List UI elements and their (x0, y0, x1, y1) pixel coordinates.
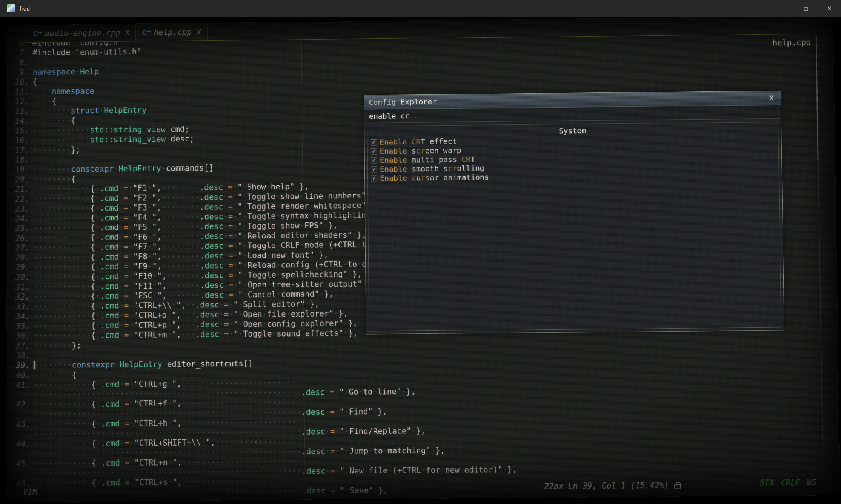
line-number: 17. (6, 145, 33, 155)
line-number (7, 398, 34, 398)
line-number: 43. (7, 419, 34, 430)
vim-mode-indicator: VIM (23, 487, 37, 496)
tab-label: help.cpp (154, 27, 192, 37)
line-number: 19. (6, 165, 33, 175)
config-explorer-body: System ✓Enable CRT effect✓Enable screen … (367, 122, 781, 332)
app-icon (7, 4, 15, 12)
line-number: 32. (6, 292, 34, 302)
tab-audio-engine-cpp[interactable]: C++audio-engine.cppX (26, 24, 136, 43)
status-flag-stx: STX (760, 478, 774, 488)
line-number: 44. (7, 439, 34, 449)
config-item-label: Enable smooth scrolling (380, 164, 484, 174)
line-number: 40. (7, 370, 34, 381)
line-number (7, 456, 34, 457)
line-number: 16. (6, 135, 33, 146)
line-number: 22. (6, 194, 33, 204)
line-number: 41. (7, 380, 34, 390)
status-position-text: 22px Ln 39, Col 1 (15.42%) (544, 481, 669, 491)
line-number: 27. (6, 243, 34, 253)
line-number: 45. (7, 459, 34, 469)
maximize-button[interactable]: □ (794, 0, 818, 17)
line-number: 23. (6, 204, 33, 214)
config-explorer-title: Config Explorer (369, 97, 437, 107)
line-number: 20. (6, 175, 33, 185)
checkbox-checked-icon[interactable]: ✓ (371, 157, 377, 163)
cpp-file-icon: C++ (33, 29, 42, 38)
config-item-label: Enable cursor animations (380, 172, 489, 183)
window-title: fred (20, 5, 30, 12)
config-item-label: Enable CRT effect (380, 137, 457, 147)
line-number: 7. (6, 48, 33, 58)
line-number: 37. (7, 341, 34, 351)
filename-overlay: help.cpp (772, 38, 811, 47)
line-number: 38. (7, 351, 34, 361)
lock-icon (674, 484, 681, 489)
line-number: 8. (6, 58, 33, 68)
window-titlebar: fred ─ □ ✕ (0, 0, 841, 17)
line-number: 14. (6, 116, 33, 126)
checkbox-checked-icon[interactable]: ✓ (371, 148, 377, 154)
line-number: 30. (6, 272, 34, 283)
line-number: 24. (6, 214, 33, 224)
status-position: 22px Ln 39, Col 1 (15.42%) (544, 481, 681, 491)
line-number (7, 437, 34, 437)
editor-screen: 6.#include·"config.h"7.#include·"enum-ut… (6, 16, 841, 502)
close-button[interactable]: ✕ (818, 0, 841, 17)
line-number: 25. (6, 223, 33, 234)
checkbox-checked-icon[interactable]: ✓ (371, 166, 377, 172)
tab-label: audio-engine.cpp (45, 28, 120, 38)
config-explorer-dialog: Config Explorer X enable cr System ✓Enab… (364, 91, 784, 335)
line-number: 21. (6, 184, 33, 195)
line-number: 34. (6, 312, 34, 322)
line-number: 15. (6, 126, 33, 136)
line-number: 28. (6, 253, 34, 263)
window-controls: ─ □ ✕ (771, 0, 841, 17)
line-number: 35. (6, 321, 34, 332)
line-number: 12. (6, 97, 33, 107)
line-number: 36. (7, 331, 34, 341)
status-flag-crlf: CRLF (781, 478, 800, 487)
config-item-label: Enable multi-pass CRT (380, 155, 475, 165)
line-number: 26. (6, 233, 34, 243)
config-item-label: Enable screen warp (380, 146, 461, 155)
status-flags: STXCRLFWS (760, 478, 816, 487)
cpp-file-icon: C++ (142, 28, 151, 37)
checkbox-checked-icon[interactable]: ✓ (371, 175, 377, 181)
checkbox-checked-icon[interactable]: ✓ (371, 139, 377, 145)
line-number: 39. (7, 361, 34, 371)
line-number: 18. (6, 155, 33, 165)
tab-close-icon[interactable]: X (125, 28, 129, 37)
tab-help-cpp[interactable]: C++help.cppX (136, 23, 207, 41)
line-number (7, 476, 34, 476)
line-number: 9. (6, 68, 33, 78)
line-number: 11. (6, 87, 33, 97)
minimize-button[interactable]: ─ (771, 0, 794, 17)
line-number (7, 417, 34, 418)
line-number: 31. (6, 282, 34, 292)
config-explorer-close-icon[interactable]: X (767, 93, 776, 102)
crt-bezel: 6.#include·"config.h"7.#include·"enum-ut… (0, 17, 841, 504)
line-number: 13. (6, 106, 33, 117)
line-number: 10. (6, 77, 33, 87)
config-items-list: ✓Enable CRT effect✓Enable screen warp✓En… (367, 134, 779, 183)
tab-close-icon[interactable]: X (197, 28, 201, 36)
line-number: 29. (6, 263, 34, 273)
line-number: 42. (7, 400, 34, 410)
line-number: 33. (6, 302, 34, 312)
status-flag-ws: WS (807, 478, 817, 487)
